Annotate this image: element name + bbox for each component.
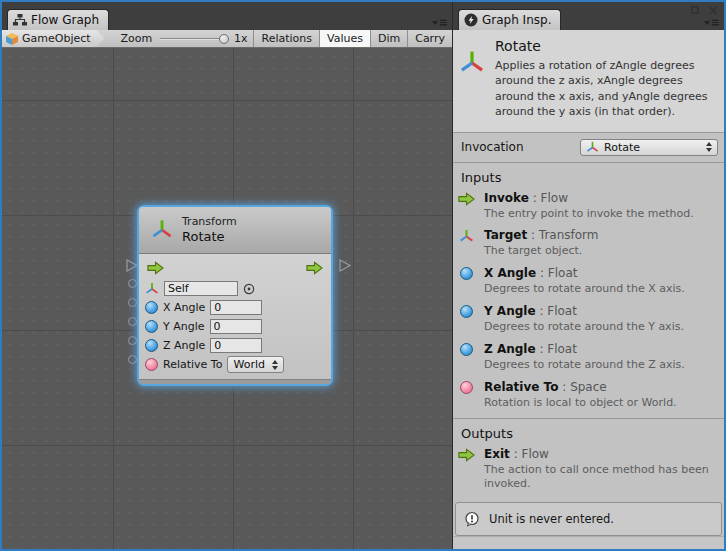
float-port-icon[interactable] — [145, 339, 158, 352]
dropdown-arrows-icon — [272, 360, 278, 370]
external-value-port[interactable] — [128, 336, 137, 345]
node-title-label: Rotate — [182, 229, 237, 245]
zoom-slider-knob[interactable] — [219, 34, 229, 44]
external-value-port[interactable] — [128, 279, 137, 288]
relative-to-dropdown[interactable]: World — [227, 356, 284, 373]
tab-flow-graph[interactable]: Flow Graph — [7, 9, 109, 30]
self-field[interactable] — [164, 281, 238, 296]
unit-description: Applies a rotation of zAngle degrees aro… — [495, 58, 713, 120]
maximize-icon[interactable] — [691, 6, 699, 14]
external-flow-output-port[interactable] — [339, 259, 352, 273]
port-entry-x-angle: X Angle : Float Degrees to rotate around… — [453, 266, 724, 297]
port-entry-target: Target : Transform The target object. — [453, 228, 724, 259]
transform-axes-icon — [586, 141, 599, 154]
invocation-label: Invocation — [461, 140, 524, 154]
invocation-row: Invocation Rotate — [453, 133, 724, 162]
y-angle-label: Y Angle — [163, 320, 205, 333]
warning-bubble-icon — [464, 511, 480, 527]
warning-text: Unit is never entered. — [489, 512, 614, 526]
hamburger-icon: ≡ — [711, 18, 720, 27]
invocation-value: Rotate — [604, 141, 640, 154]
warning-area: Unit is never entered. — [453, 500, 724, 549]
port-doc: The entry point to invoke the method. — [484, 207, 694, 222]
node-body: X Angle Y Angle Z Angle — [139, 254, 331, 379]
external-flow-input-port[interactable] — [126, 259, 139, 273]
zoom-label: Zoom — [105, 30, 161, 47]
flow-arrow-icon — [458, 192, 475, 206]
float-port-icon — [460, 343, 473, 356]
tab-graph-inspector[interactable]: Graph Insp. — [458, 9, 561, 30]
port-entry-relative-to: Relative To : Space Rotation is local to… — [453, 380, 724, 411]
transform-axes-icon[interactable] — [145, 282, 159, 296]
node-row-relative-to: Relative To World — [145, 355, 325, 374]
port-doc: Degrees to rotate around the X axis. — [484, 282, 685, 297]
chevron-down-icon — [704, 21, 710, 25]
port-entry-invoke: Invoke : Flow The entry point to invoke … — [453, 191, 724, 222]
relative-to-label: Relative To — [163, 358, 222, 371]
graph-inspector-pane: Graph Insp. × ≡ Rotate Applies a rotatio… — [452, 2, 724, 549]
port-doc: Degrees to rotate around the Z axis. — [484, 358, 685, 373]
x-angle-field[interactable] — [210, 300, 262, 315]
port-entry-exit: Exit : Flow The action to call once meth… — [453, 447, 724, 493]
port-doc: The action to call once method has been … — [484, 463, 716, 493]
space-port-icon[interactable] — [145, 358, 158, 371]
tab-graph-inspector-label: Graph Insp. — [482, 13, 551, 27]
flow-graph-tabbar: Flow Graph ≡ — [2, 2, 452, 30]
y-angle-field[interactable] — [210, 319, 262, 334]
flow-graph-pane: Flow Graph ≡ GameObject Zoom 1x Relation… — [2, 2, 452, 549]
space-port-icon — [460, 381, 473, 394]
external-value-port[interactable] — [128, 317, 137, 326]
rotate-unit-node[interactable]: Transform Rotate — [139, 207, 331, 384]
unit-title: Rotate — [495, 38, 713, 54]
external-value-port[interactable] — [128, 298, 137, 307]
tab-flow-graph-label: Flow Graph — [31, 13, 99, 27]
transform-axes-icon — [459, 50, 485, 76]
z-angle-field[interactable] — [210, 338, 262, 353]
port-doc: Rotation is local to object or World. — [484, 396, 677, 411]
chevron-down-icon — [432, 21, 438, 25]
flow-arrow-icon — [458, 448, 475, 462]
dim-button[interactable]: Dim — [370, 30, 407, 47]
dropdown-arrows-icon — [706, 142, 712, 152]
bottom-strip — [453, 536, 724, 549]
target-picker-icon[interactable] — [243, 283, 255, 295]
node-row-target — [145, 279, 325, 298]
relative-to-value: World — [233, 358, 265, 371]
pane-menu-icon[interactable]: ≡ — [704, 18, 720, 27]
z-angle-label: Z Angle — [163, 339, 205, 352]
exit-flow-port-icon[interactable] — [306, 261, 323, 275]
port-doc: Degrees to rotate around the Y axis. — [484, 320, 684, 335]
node-row-y-angle: Y Angle — [145, 317, 325, 336]
hamburger-icon: ≡ — [439, 18, 448, 27]
graph-canvas[interactable]: Transform Rotate — [2, 48, 452, 549]
carry-button[interactable]: Carry — [407, 30, 452, 47]
float-port-icon[interactable] — [145, 320, 158, 333]
warning-box: Unit is never entered. — [455, 502, 722, 536]
invoke-flow-port-icon[interactable] — [147, 261, 164, 275]
pane-menu-icon[interactable]: ≡ — [432, 18, 448, 27]
external-value-port[interactable] — [128, 355, 137, 364]
values-button[interactable]: Values — [319, 30, 370, 47]
flow-graph-toolbar: GameObject Zoom 1x Relations Values Dim … — [2, 30, 452, 48]
invocation-dropdown[interactable]: Rotate — [580, 139, 718, 156]
inputs-section-title: Inputs — [453, 163, 724, 191]
transform-axes-icon — [459, 229, 474, 244]
unity-window: Flow Graph ≡ GameObject Zoom 1x Relation… — [0, 0, 726, 551]
flow-graph-icon — [13, 14, 27, 26]
window-controls: × — [691, 5, 719, 15]
zoom-slider[interactable] — [160, 30, 229, 47]
node-header[interactable]: Transform Rotate — [139, 207, 331, 254]
node-footer — [139, 379, 331, 384]
node-row-x-angle: X Angle — [145, 298, 325, 317]
node-type-label: Transform — [182, 215, 237, 229]
port-entry-z-angle: Z Angle : Float Degrees to rotate around… — [453, 342, 724, 373]
close-icon[interactable]: × — [707, 5, 719, 15]
breadcrumb-label: GameObject — [22, 32, 91, 45]
relations-button[interactable]: Relations — [253, 30, 319, 47]
float-port-icon[interactable] — [145, 301, 158, 314]
zoom-value: 1x — [229, 30, 254, 47]
port-entry-y-angle: Y Angle : Float Degrees to rotate around… — [453, 304, 724, 335]
breadcrumb-gameobject[interactable]: GameObject — [2, 30, 105, 47]
gameobject-cube-icon — [5, 32, 19, 46]
unit-description-header: Rotate Applies a rotation of zAngle degr… — [453, 30, 724, 133]
